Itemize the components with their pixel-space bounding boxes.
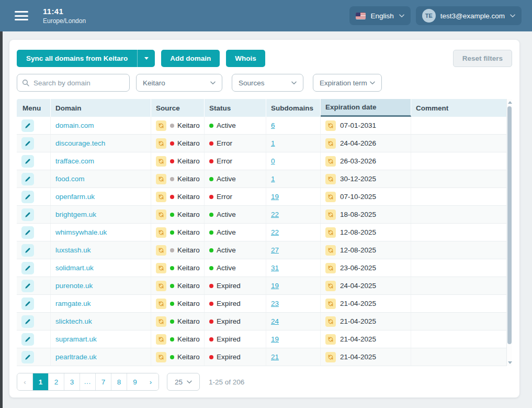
column-header-domain[interactable]: Domain	[51, 99, 151, 117]
column-header-source[interactable]: Source	[151, 99, 205, 117]
edit-button[interactable]	[21, 208, 34, 221]
sync-expiration-button[interactable]	[325, 334, 336, 345]
sync-expiration-button[interactable]	[325, 138, 336, 149]
user-menu[interactable]: TE test3@example.com	[416, 6, 522, 25]
reset-filters-button[interactable]: Reset filters	[453, 50, 512, 67]
sync-expiration-button[interactable]	[325, 156, 336, 167]
sync-source-button[interactable]	[156, 334, 166, 345]
edit-button[interactable]	[21, 155, 34, 168]
edit-button[interactable]	[21, 173, 34, 185]
sync-expiration-button[interactable]	[325, 192, 336, 202]
source-filter-select[interactable]: Keitaro	[136, 74, 222, 92]
subdomains-link[interactable]: 0	[271, 157, 275, 165]
search-input[interactable]	[17, 74, 130, 92]
sync-source-button[interactable]	[156, 352, 166, 362]
sync-source-button[interactable]	[156, 245, 166, 256]
subdomains-link[interactable]: 22	[271, 228, 279, 236]
domain-link[interactable]: discourage.tech	[55, 139, 105, 147]
expiration-term-filter-select[interactable]: Expiration term	[313, 74, 382, 92]
domain-link[interactable]: whimsywhale.uk	[55, 228, 107, 236]
sync-source-button[interactable]	[156, 263, 166, 273]
page-button[interactable]: 7	[96, 373, 111, 390]
edit-button[interactable]	[21, 297, 34, 310]
edit-button[interactable]	[21, 119, 34, 132]
sync-source-button[interactable]	[156, 316, 166, 327]
sync-expiration-button[interactable]	[325, 227, 336, 238]
domain-link[interactable]: solidmart.uk	[55, 264, 94, 272]
domain-link[interactable]: ramgate.uk	[55, 300, 91, 307]
subdomains-link[interactable]: 21	[271, 353, 279, 361]
sync-expiration-button[interactable]	[325, 352, 336, 362]
subdomains-link[interactable]: 19	[271, 282, 279, 290]
edit-button[interactable]	[21, 280, 34, 292]
sync-expiration-button[interactable]	[325, 209, 336, 220]
subdomains-link[interactable]: 19	[271, 193, 279, 201]
sync-expiration-button[interactable]	[325, 316, 336, 327]
add-domain-button[interactable]: Add domain	[161, 50, 220, 67]
column-header-comment[interactable]: Comment	[411, 99, 512, 117]
column-header-subdomains[interactable]: Subdomains	[266, 99, 321, 117]
domain-link[interactable]: slicktech.uk	[55, 317, 92, 325]
edit-button[interactable]	[21, 351, 34, 363]
subdomains-link[interactable]: 27	[271, 246, 279, 254]
column-header-menu[interactable]: Menu	[17, 99, 51, 117]
subdomains-link[interactable]: 1	[271, 175, 275, 183]
hamburger-menu-icon[interactable]	[15, 11, 28, 20]
sources-filter-select[interactable]: Sources	[232, 74, 303, 92]
edit-button[interactable]	[21, 333, 34, 346]
sync-dropdown-toggle[interactable]	[137, 50, 155, 67]
edit-button[interactable]	[21, 315, 34, 328]
domain-link[interactable]: openfarm.uk	[55, 193, 95, 201]
sync-expiration-button[interactable]	[325, 120, 336, 131]
page-button[interactable]: 2	[49, 373, 64, 390]
page-button[interactable]: 1	[33, 373, 49, 390]
sync-source-button[interactable]	[156, 174, 166, 184]
scrollbar-thumb[interactable]	[507, 106, 512, 344]
column-header-status[interactable]: Status	[205, 99, 266, 117]
sync-expiration-button[interactable]	[325, 299, 336, 309]
subdomains-link[interactable]: 22	[271, 211, 279, 218]
scroll-down-arrow-icon[interactable]	[508, 361, 512, 364]
page-size-select[interactable]: 25	[167, 373, 200, 391]
sync-expiration-button[interactable]	[325, 245, 336, 256]
sync-source-button[interactable]	[156, 281, 166, 291]
edit-button[interactable]	[21, 226, 34, 239]
whois-button[interactable]: Whois	[226, 50, 265, 67]
sync-expiration-button[interactable]	[325, 281, 336, 291]
sync-expiration-button[interactable]	[325, 174, 336, 184]
language-selector[interactable]: English	[349, 6, 410, 25]
sync-source-button[interactable]	[156, 209, 166, 220]
subdomains-link[interactable]: 31	[271, 264, 279, 272]
sync-source-button[interactable]	[156, 299, 166, 309]
sync-expiration-button[interactable]	[325, 263, 336, 273]
subdomains-link[interactable]: 19	[271, 335, 279, 343]
scroll-up-arrow-icon[interactable]	[508, 101, 512, 104]
subdomains-link[interactable]: 1	[271, 139, 275, 147]
edit-button[interactable]	[21, 137, 34, 150]
sync-source-button[interactable]	[156, 227, 166, 238]
edit-button[interactable]	[21, 262, 34, 274]
sync-source-button[interactable]	[156, 192, 166, 202]
subdomains-link[interactable]: 24	[271, 317, 279, 325]
domain-link[interactable]: brightgem.uk	[55, 211, 96, 218]
domain-link[interactable]: trafface.com	[55, 157, 94, 165]
domain-link[interactable]: food.com	[55, 175, 85, 183]
edit-button[interactable]	[21, 244, 34, 257]
page-button[interactable]: 8	[111, 373, 127, 390]
domain-link[interactable]: supramart.uk	[55, 335, 97, 343]
page-button[interactable]: 3	[64, 373, 80, 390]
sync-source-button[interactable]	[156, 156, 166, 167]
sync-source-button[interactable]	[156, 120, 166, 131]
sync-all-domains-button[interactable]: Sync all domains from Keitaro	[17, 50, 155, 67]
page-button[interactable]: 9	[127, 373, 143, 390]
next-page-button[interactable]: ›	[143, 373, 159, 390]
subdomains-link[interactable]: 6	[271, 122, 275, 129]
domain-link[interactable]: luxstash.uk	[55, 246, 91, 254]
sync-source-button[interactable]	[156, 138, 166, 149]
subdomains-link[interactable]: 23	[271, 300, 279, 307]
column-header-expiration-date[interactable]: Expiration date	[321, 99, 411, 117]
domain-link[interactable]: domain.com	[55, 122, 94, 129]
previous-page-button[interactable]: ‹	[17, 373, 33, 390]
domain-link[interactable]: pearltrade.uk	[55, 353, 97, 361]
edit-button[interactable]	[21, 191, 34, 203]
